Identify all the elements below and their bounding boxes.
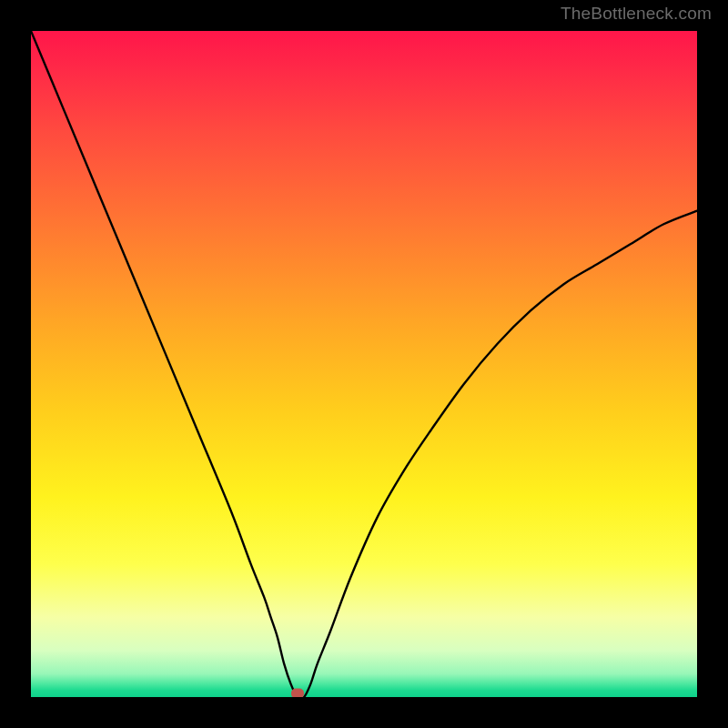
watermark-text: TheBottleneck.com xyxy=(561,4,712,24)
chart-frame: TheBottleneck.com xyxy=(0,0,728,728)
plot-area xyxy=(31,31,697,697)
curve-path xyxy=(31,31,697,697)
bottleneck-curve xyxy=(31,31,697,697)
optimum-marker xyxy=(291,689,304,697)
